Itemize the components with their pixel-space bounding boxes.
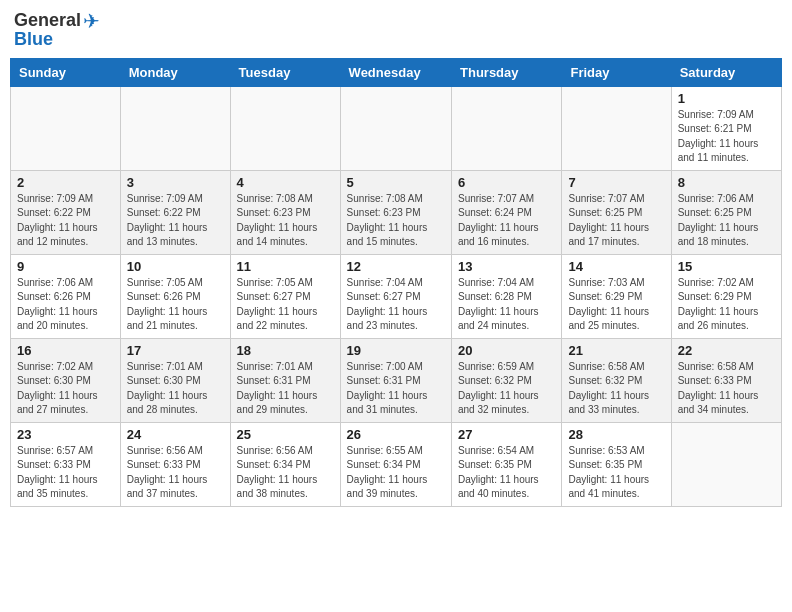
calendar-day — [230, 86, 340, 170]
logo-general: General — [14, 11, 81, 31]
day-info: Sunrise: 6:58 AM Sunset: 6:33 PM Dayligh… — [678, 360, 775, 418]
logo-blue: Blue — [14, 30, 100, 50]
weekday-header-saturday: Saturday — [671, 58, 781, 86]
calendar-day: 27Sunrise: 6:54 AM Sunset: 6:35 PM Dayli… — [452, 422, 562, 506]
day-number: 28 — [568, 427, 664, 442]
calendar-day: 6Sunrise: 7:07 AM Sunset: 6:24 PM Daylig… — [452, 170, 562, 254]
calendar-day — [452, 86, 562, 170]
day-info: Sunrise: 6:59 AM Sunset: 6:32 PM Dayligh… — [458, 360, 555, 418]
day-number: 8 — [678, 175, 775, 190]
calendar-week-2: 9Sunrise: 7:06 AM Sunset: 6:26 PM Daylig… — [11, 254, 782, 338]
calendar-day: 4Sunrise: 7:08 AM Sunset: 6:23 PM Daylig… — [230, 170, 340, 254]
calendar-day: 20Sunrise: 6:59 AM Sunset: 6:32 PM Dayli… — [452, 338, 562, 422]
calendar-day — [340, 86, 451, 170]
weekday-header-wednesday: Wednesday — [340, 58, 451, 86]
calendar-day: 3Sunrise: 7:09 AM Sunset: 6:22 PM Daylig… — [120, 170, 230, 254]
calendar-body: 1Sunrise: 7:09 AM Sunset: 6:21 PM Daylig… — [11, 86, 782, 506]
day-info: Sunrise: 7:01 AM Sunset: 6:30 PM Dayligh… — [127, 360, 224, 418]
logo: General ✈ Blue — [14, 10, 100, 50]
day-number: 16 — [17, 343, 114, 358]
calendar-day: 14Sunrise: 7:03 AM Sunset: 6:29 PM Dayli… — [562, 254, 671, 338]
day-info: Sunrise: 6:54 AM Sunset: 6:35 PM Dayligh… — [458, 444, 555, 502]
weekday-header-monday: Monday — [120, 58, 230, 86]
day-info: Sunrise: 7:05 AM Sunset: 6:26 PM Dayligh… — [127, 276, 224, 334]
calendar-header-row: SundayMondayTuesdayWednesdayThursdayFrid… — [11, 58, 782, 86]
day-number: 14 — [568, 259, 664, 274]
day-number: 19 — [347, 343, 445, 358]
day-number: 15 — [678, 259, 775, 274]
weekday-header-sunday: Sunday — [11, 58, 121, 86]
calendar-day — [562, 86, 671, 170]
day-info: Sunrise: 7:07 AM Sunset: 6:24 PM Dayligh… — [458, 192, 555, 250]
day-number: 21 — [568, 343, 664, 358]
day-info: Sunrise: 6:55 AM Sunset: 6:34 PM Dayligh… — [347, 444, 445, 502]
calendar-day: 5Sunrise: 7:08 AM Sunset: 6:23 PM Daylig… — [340, 170, 451, 254]
weekday-header-thursday: Thursday — [452, 58, 562, 86]
logo-bird-icon: ✈ — [83, 10, 100, 32]
day-number: 9 — [17, 259, 114, 274]
day-number: 2 — [17, 175, 114, 190]
day-info: Sunrise: 6:57 AM Sunset: 6:33 PM Dayligh… — [17, 444, 114, 502]
day-info: Sunrise: 6:58 AM Sunset: 6:32 PM Dayligh… — [568, 360, 664, 418]
day-number: 17 — [127, 343, 224, 358]
calendar-day: 24Sunrise: 6:56 AM Sunset: 6:33 PM Dayli… — [120, 422, 230, 506]
day-info: Sunrise: 7:09 AM Sunset: 6:21 PM Dayligh… — [678, 108, 775, 166]
calendar-day: 2Sunrise: 7:09 AM Sunset: 6:22 PM Daylig… — [11, 170, 121, 254]
calendar-day: 19Sunrise: 7:00 AM Sunset: 6:31 PM Dayli… — [340, 338, 451, 422]
day-info: Sunrise: 7:04 AM Sunset: 6:27 PM Dayligh… — [347, 276, 445, 334]
day-number: 11 — [237, 259, 334, 274]
calendar-day: 26Sunrise: 6:55 AM Sunset: 6:34 PM Dayli… — [340, 422, 451, 506]
day-info: Sunrise: 7:02 AM Sunset: 6:30 PM Dayligh… — [17, 360, 114, 418]
calendar-day — [120, 86, 230, 170]
day-number: 12 — [347, 259, 445, 274]
calendar-day: 13Sunrise: 7:04 AM Sunset: 6:28 PM Dayli… — [452, 254, 562, 338]
day-info: Sunrise: 6:56 AM Sunset: 6:34 PM Dayligh… — [237, 444, 334, 502]
day-info: Sunrise: 7:07 AM Sunset: 6:25 PM Dayligh… — [568, 192, 664, 250]
calendar-week-4: 23Sunrise: 6:57 AM Sunset: 6:33 PM Dayli… — [11, 422, 782, 506]
calendar-day — [671, 422, 781, 506]
day-number: 20 — [458, 343, 555, 358]
calendar-day: 21Sunrise: 6:58 AM Sunset: 6:32 PM Dayli… — [562, 338, 671, 422]
day-number: 10 — [127, 259, 224, 274]
day-info: Sunrise: 7:06 AM Sunset: 6:25 PM Dayligh… — [678, 192, 775, 250]
day-info: Sunrise: 7:00 AM Sunset: 6:31 PM Dayligh… — [347, 360, 445, 418]
calendar-day: 28Sunrise: 6:53 AM Sunset: 6:35 PM Dayli… — [562, 422, 671, 506]
calendar-table: SundayMondayTuesdayWednesdayThursdayFrid… — [10, 58, 782, 507]
day-number: 13 — [458, 259, 555, 274]
day-number: 18 — [237, 343, 334, 358]
day-number: 4 — [237, 175, 334, 190]
day-info: Sunrise: 7:08 AM Sunset: 6:23 PM Dayligh… — [347, 192, 445, 250]
day-number: 25 — [237, 427, 334, 442]
day-number: 7 — [568, 175, 664, 190]
day-number: 27 — [458, 427, 555, 442]
day-info: Sunrise: 7:05 AM Sunset: 6:27 PM Dayligh… — [237, 276, 334, 334]
calendar-day — [11, 86, 121, 170]
day-number: 24 — [127, 427, 224, 442]
day-number: 23 — [17, 427, 114, 442]
day-number: 6 — [458, 175, 555, 190]
calendar-day: 7Sunrise: 7:07 AM Sunset: 6:25 PM Daylig… — [562, 170, 671, 254]
calendar-day: 23Sunrise: 6:57 AM Sunset: 6:33 PM Dayli… — [11, 422, 121, 506]
day-number: 26 — [347, 427, 445, 442]
day-info: Sunrise: 6:56 AM Sunset: 6:33 PM Dayligh… — [127, 444, 224, 502]
calendar-day: 17Sunrise: 7:01 AM Sunset: 6:30 PM Dayli… — [120, 338, 230, 422]
day-info: Sunrise: 7:04 AM Sunset: 6:28 PM Dayligh… — [458, 276, 555, 334]
calendar-day: 18Sunrise: 7:01 AM Sunset: 6:31 PM Dayli… — [230, 338, 340, 422]
day-number: 3 — [127, 175, 224, 190]
calendar-day: 8Sunrise: 7:06 AM Sunset: 6:25 PM Daylig… — [671, 170, 781, 254]
day-number: 1 — [678, 91, 775, 106]
calendar-day: 1Sunrise: 7:09 AM Sunset: 6:21 PM Daylig… — [671, 86, 781, 170]
weekday-header-friday: Friday — [562, 58, 671, 86]
day-info: Sunrise: 7:03 AM Sunset: 6:29 PM Dayligh… — [568, 276, 664, 334]
calendar-day: 12Sunrise: 7:04 AM Sunset: 6:27 PM Dayli… — [340, 254, 451, 338]
day-info: Sunrise: 6:53 AM Sunset: 6:35 PM Dayligh… — [568, 444, 664, 502]
calendar-day: 15Sunrise: 7:02 AM Sunset: 6:29 PM Dayli… — [671, 254, 781, 338]
day-info: Sunrise: 7:02 AM Sunset: 6:29 PM Dayligh… — [678, 276, 775, 334]
day-info: Sunrise: 7:09 AM Sunset: 6:22 PM Dayligh… — [127, 192, 224, 250]
day-number: 22 — [678, 343, 775, 358]
day-info: Sunrise: 7:06 AM Sunset: 6:26 PM Dayligh… — [17, 276, 114, 334]
day-number: 5 — [347, 175, 445, 190]
calendar-day: 22Sunrise: 6:58 AM Sunset: 6:33 PM Dayli… — [671, 338, 781, 422]
day-info: Sunrise: 7:01 AM Sunset: 6:31 PM Dayligh… — [237, 360, 334, 418]
weekday-header-tuesday: Tuesday — [230, 58, 340, 86]
